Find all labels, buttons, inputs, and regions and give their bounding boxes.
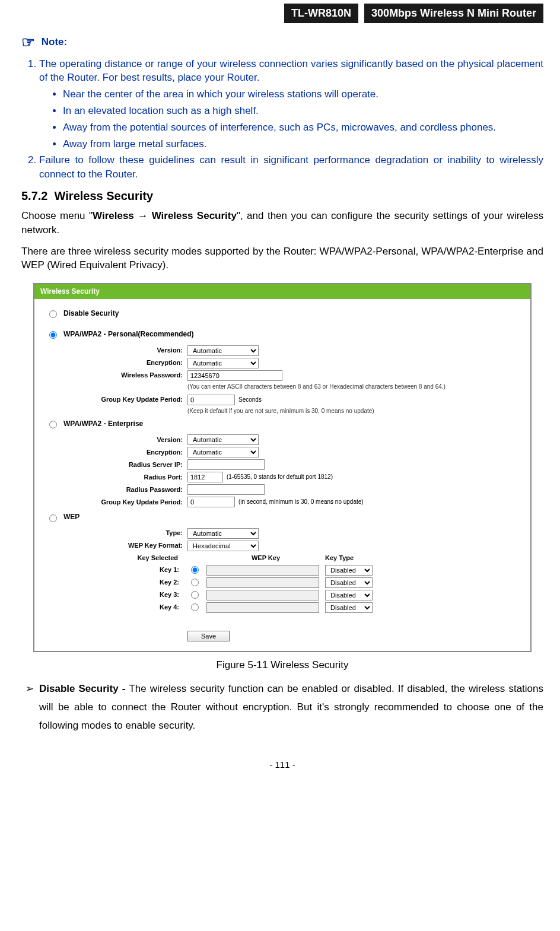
- note-label: Note:: [42, 36, 67, 47]
- product-box: 300Mbps Wireless N Mini Router: [364, 4, 543, 23]
- wep-format-select[interactable]: Hexadecimal: [187, 541, 259, 551]
- figure-titlebar: Wireless Security: [34, 284, 530, 299]
- note-bullet: In an elevated location such as a high s…: [63, 104, 543, 118]
- note-item-2: Failure to follow these guidelines can r…: [39, 153, 543, 182]
- wpa-personal-radio[interactable]: [49, 331, 57, 339]
- note-bullet: Away from the potential sources of inter…: [63, 120, 543, 135]
- encryption-label: Encryption:: [46, 358, 187, 367]
- wireless-password-label: Wireless Password:: [46, 371, 187, 380]
- wpa-enterprise-radio[interactable]: [49, 421, 57, 428]
- gkup-label: Group Key Update Period:: [46, 395, 187, 404]
- save-button[interactable]: Save: [187, 631, 230, 641]
- note-list: The operating distance or range of your …: [21, 57, 543, 182]
- model-box: TL-WR810N: [284, 4, 358, 23]
- version-label: Version:: [46, 346, 187, 355]
- wpa-enterprise-option[interactable]: WPA/WPA2 - Enterprise: [46, 419, 518, 429]
- wep-key-row: Key 4: Disabled: [46, 602, 518, 613]
- radius-ip-input[interactable]: [187, 459, 265, 470]
- gkup-input[interactable]: [187, 395, 235, 405]
- pointing-hand-icon: ☞: [21, 33, 35, 51]
- wep-type-select[interactable]: Automatic: [187, 528, 259, 539]
- radius-password-input[interactable]: [187, 484, 265, 495]
- wep-table-header: Key Selected WEP Key Key Type: [46, 554, 518, 563]
- doc-header: TL-WR810N 300Mbps Wireless N Mini Router: [21, 4, 543, 23]
- wep-key1-radio[interactable]: [191, 566, 199, 574]
- section-para-1: Choose menu "Wireless → Wireless Securit…: [21, 209, 543, 237]
- note-heading: ☞ Note:: [21, 31, 543, 53]
- section-para-2: There are three wireless security modes …: [21, 244, 543, 273]
- page-number: - 111 -: [21, 758, 543, 771]
- note-bullet: Near the center of the area in which you…: [63, 87, 543, 101]
- wep-key1-input[interactable]: [206, 565, 319, 576]
- version-select[interactable]: Automatic: [187, 345, 259, 356]
- gkup-hint: (Keep it default if you are not sure, mi…: [187, 407, 518, 415]
- wep-key1-type[interactable]: Disabled: [325, 565, 373, 576]
- disable-security-desc: Disable Security - The wireless security…: [39, 680, 543, 735]
- feature-list: Disable Security - The wireless security…: [21, 680, 543, 735]
- wep-key2-input[interactable]: [206, 577, 319, 588]
- wireless-security-figure: Wireless Security Disable Security WPA/W…: [33, 283, 532, 652]
- wep-key4-input[interactable]: [206, 602, 319, 613]
- wep-key3-type[interactable]: Disabled: [325, 590, 373, 600]
- encryption-select[interactable]: Automatic: [187, 358, 259, 368]
- wep-key4-type[interactable]: Disabled: [325, 602, 373, 613]
- disable-security-option[interactable]: Disable Security: [46, 309, 518, 319]
- wep-option[interactable]: WEP: [46, 512, 518, 522]
- wep-key3-input[interactable]: [206, 590, 319, 600]
- wep-key2-radio[interactable]: [191, 579, 199, 586]
- wep-key3-radio[interactable]: [191, 591, 199, 599]
- wireless-password-input[interactable]: [187, 370, 282, 381]
- wep-key-row: Key 2: Disabled: [46, 577, 518, 588]
- ent-encryption-select[interactable]: Automatic: [187, 447, 259, 457]
- wep-key2-type[interactable]: Disabled: [325, 577, 373, 588]
- password-hint: (You can enter ASCII characters between …: [187, 383, 518, 391]
- wep-key4-radio[interactable]: [191, 603, 199, 611]
- note-bullet: Away from large metal surfaces.: [63, 137, 543, 151]
- figure-caption: Figure 5-11 Wireless Security: [21, 658, 543, 672]
- ent-gkup-input[interactable]: [187, 497, 235, 507]
- disable-security-radio[interactable]: [49, 310, 57, 318]
- wep-key-row: Key 3: Disabled: [46, 590, 518, 600]
- wep-key-row: Key 1: Disabled: [46, 565, 518, 576]
- ent-version-select[interactable]: Automatic: [187, 434, 259, 445]
- note-sublist: Near the center of the area in which you…: [39, 87, 543, 151]
- note-item-1: The operating distance or range of your …: [39, 57, 543, 151]
- section-heading: 5.7.2 Wireless Security: [21, 188, 543, 204]
- wpa-personal-option[interactable]: WPA/WPA2 - Personal(Recommended): [46, 329, 518, 339]
- wep-radio[interactable]: [49, 514, 57, 522]
- gkup-unit: Seconds: [238, 396, 262, 404]
- radius-port-input[interactable]: [187, 472, 223, 482]
